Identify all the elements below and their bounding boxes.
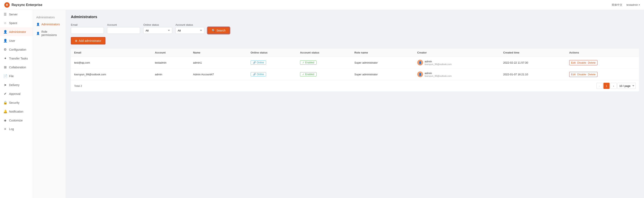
cell-online-status: 🔗 Online bbox=[247, 68, 297, 80]
sidebar-label-user: User bbox=[9, 39, 15, 42]
sidebar-item-log[interactable]: ≡ Log bbox=[0, 125, 33, 133]
sub-role-icon: 👤 bbox=[36, 32, 40, 35]
online-status-filter-group: Online status All Online Offline bbox=[143, 23, 172, 34]
pagination: ‹ 1 › 10 / page 20 / page 50 / page bbox=[596, 83, 636, 89]
online-status-select[interactable]: All Online Offline bbox=[143, 27, 172, 34]
email-filter-label: Email bbox=[71, 23, 104, 26]
sub-sidebar-label-administrators: Administrators bbox=[42, 23, 60, 26]
sidebar-item-security[interactable]: 🔒 Security bbox=[0, 98, 33, 107]
administrator-icon: 👤 bbox=[3, 30, 7, 34]
search-button-label: Search bbox=[216, 29, 226, 32]
notification-icon: 🔔 bbox=[3, 110, 7, 114]
sidebar-item-user[interactable]: 👤 User bbox=[0, 36, 33, 45]
cell-created-time: 2022-01-07 16:21:10 bbox=[500, 68, 566, 80]
per-page-select[interactable]: 10 / page 20 / page 50 / page bbox=[618, 83, 636, 89]
check-icon: ✓ bbox=[302, 61, 304, 64]
creator-name: admin bbox=[425, 60, 452, 63]
creator-name: admin bbox=[425, 72, 452, 75]
cell-name: Admin Account47 bbox=[190, 68, 247, 80]
sidebar-item-notification[interactable]: 🔔 Notification bbox=[0, 107, 33, 116]
cell-actions: Edit Disable Delete bbox=[566, 57, 639, 68]
sub-sidebar-item-role-permissions[interactable]: 👤 Role permissions bbox=[33, 28, 66, 39]
email-filter-group: Email bbox=[71, 23, 104, 34]
user-menu[interactable]: testadmin ▾ bbox=[626, 3, 640, 6]
sidebar-label-server: Server bbox=[9, 13, 18, 16]
main-content: Administrators Email Account Online stat… bbox=[66, 10, 644, 198]
link-icon: 🔗 bbox=[253, 61, 256, 64]
sidebar-item-file[interactable]: 📄 File bbox=[0, 72, 33, 80]
add-admin-row: ⊕ Add administrator bbox=[71, 37, 639, 44]
sidebar-item-administrator[interactable]: 👤 Administrator bbox=[0, 27, 33, 36]
account-input[interactable] bbox=[107, 27, 140, 34]
space-icon: ○ bbox=[3, 21, 7, 25]
online-status-badge: 🔗 Online bbox=[251, 60, 266, 65]
check-icon: ✓ bbox=[302, 73, 304, 76]
edit-button[interactable]: Edit bbox=[571, 73, 576, 76]
sidebar-item-transfer-tasks[interactable]: ✦ Transfer Tasks bbox=[0, 54, 33, 63]
sidebar-label-approval: Approval bbox=[9, 92, 20, 96]
cell-account-status: ✓ Enabled bbox=[297, 68, 351, 80]
cell-account-status: ✓ Enabled bbox=[297, 57, 351, 68]
language-switcher[interactable]: 简体中文 bbox=[612, 3, 622, 7]
add-administrator-button[interactable]: ⊕ Add administrator bbox=[71, 37, 106, 44]
logo-text: Raysync Enterprise bbox=[12, 3, 42, 7]
sidebar-item-server[interactable]: ☰ Server bbox=[0, 10, 33, 19]
search-button[interactable]: 🔍 Search bbox=[208, 27, 230, 34]
account-status-filter-group: Account status All Enabled Disabled bbox=[176, 23, 204, 34]
cell-role-name: Super administrator bbox=[351, 57, 414, 68]
col-actions: Actions bbox=[566, 48, 639, 57]
creator-cell: 👤 admin louruyun_99@outlook.com bbox=[417, 60, 497, 66]
sidebar-item-collaboration[interactable]: ⊞ Collaboration bbox=[0, 63, 33, 72]
online-status-badge: 🔗 Online bbox=[251, 72, 266, 76]
cell-role-name: Super administrator bbox=[351, 68, 414, 80]
user-icon: 👤 bbox=[3, 39, 7, 42]
sidebar-label-file: File bbox=[9, 74, 14, 78]
table-head: Email Account Name Online status Account… bbox=[71, 48, 639, 57]
cell-created-time: 2022-02-22 11:57:30 bbox=[500, 57, 566, 68]
approval-icon: ✔ bbox=[3, 92, 7, 96]
layout: ☰ Server ○ Space 👤 Administrator 👤 User … bbox=[0, 10, 644, 198]
table-row: louruyun_99@outlook.com admin Admin Acco… bbox=[71, 68, 639, 80]
creator-email: louruyun_99@outlook.com bbox=[425, 75, 452, 77]
account-status-filter-label: Account status bbox=[176, 23, 204, 26]
sidebar-item-space[interactable]: ○ Space bbox=[0, 19, 33, 27]
edit-button[interactable]: Edit bbox=[571, 61, 576, 64]
col-role-name: Role name bbox=[351, 48, 414, 57]
page-1-button[interactable]: 1 bbox=[604, 83, 610, 89]
account-status-badge: ✓ Enabled bbox=[300, 60, 316, 65]
delete-button[interactable]: Delete bbox=[588, 73, 596, 76]
sidebar: ☰ Server ○ Space 👤 Administrator 👤 User … bbox=[0, 10, 33, 198]
cell-email: test@qq.com bbox=[71, 57, 152, 68]
creator-email: louruyun_99@outlook.com bbox=[425, 63, 452, 66]
total-count: Total 2 bbox=[74, 84, 82, 88]
cell-actions: Edit Disable Delete bbox=[566, 68, 639, 80]
next-page-button[interactable]: › bbox=[610, 83, 616, 89]
customize-icon: ◈ bbox=[3, 118, 7, 122]
col-name: Name bbox=[190, 48, 247, 57]
sub-sidebar-label-role-permissions: Role permissions bbox=[42, 30, 62, 37]
disable-button[interactable]: Disable bbox=[577, 61, 586, 64]
account-status-select[interactable]: All Enabled Disabled bbox=[176, 27, 204, 34]
sidebar-item-customize[interactable]: ◈ Customize bbox=[0, 116, 33, 125]
disable-button[interactable]: Disable bbox=[577, 73, 586, 76]
sidebar-item-delivery[interactable]: ➤ Delivery bbox=[0, 80, 33, 89]
sub-sidebar-title: Administrators bbox=[33, 14, 66, 20]
topbar-right: 简体中文 testadmin ▾ bbox=[612, 3, 640, 7]
table-body: test@qq.com testadmin admin1 🔗 Online ✓ … bbox=[71, 57, 639, 80]
sidebar-label-configuration: Configuration bbox=[9, 48, 26, 51]
prev-page-button[interactable]: ‹ bbox=[596, 83, 602, 89]
sidebar-item-approval[interactable]: ✔ Approval bbox=[0, 89, 33, 98]
cell-online-status: 🔗 Online bbox=[247, 57, 297, 68]
email-input[interactable] bbox=[71, 27, 104, 34]
link-icon: 🔗 bbox=[253, 73, 256, 76]
sidebar-item-configuration[interactable]: ⚙ Configuration bbox=[0, 45, 33, 54]
col-account-status: Account status bbox=[297, 48, 351, 57]
account-filter-label: Account bbox=[107, 23, 140, 26]
sub-sidebar: Administrators 👤 Administrators 👤 Role p… bbox=[33, 10, 66, 198]
sub-sidebar-item-administrators[interactable]: 👤 Administrators bbox=[33, 20, 66, 28]
sidebar-label-notification: Notification bbox=[9, 110, 23, 113]
table: Email Account Name Online status Account… bbox=[71, 48, 639, 80]
delete-button[interactable]: Delete bbox=[588, 61, 596, 64]
account-filter-group: Account bbox=[107, 23, 140, 34]
actions-box: Edit Disable Delete bbox=[569, 72, 598, 77]
